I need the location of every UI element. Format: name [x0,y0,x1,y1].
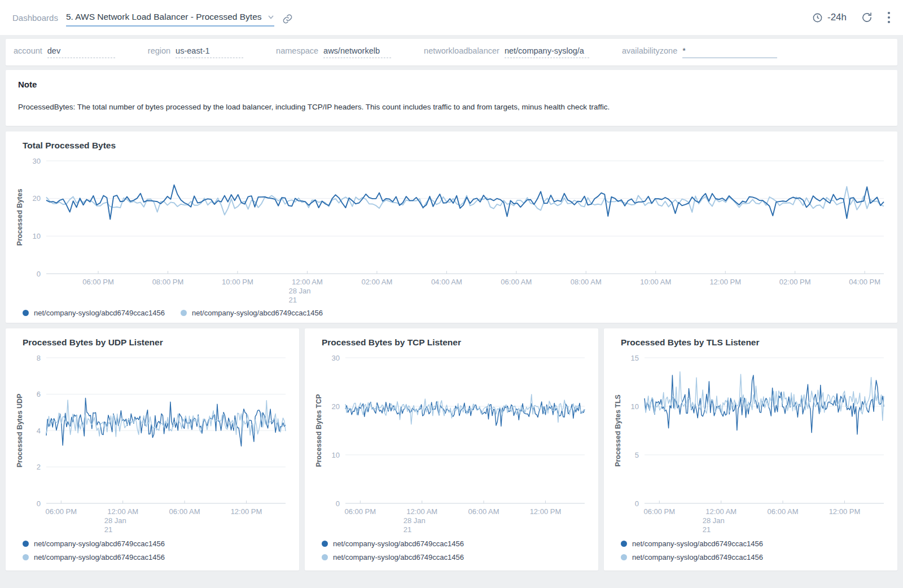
svg-text:06:00 AM: 06:00 AM [501,278,532,286]
top-header-bar: Dashboards 5. AWS Network Load Balancer … [0,0,903,35]
legend-item[interactable]: net/company-syslog/abcd6749ccac1456 [181,309,323,317]
legend-series-label: net/company-syslog/abcd6749ccac1456 [34,309,165,317]
svg-text:0: 0 [37,270,41,278]
legend-series-dot-icon [322,541,328,547]
chart-title-tls: Processed Bytes by TLS Listener [621,337,888,348]
svg-text:04:00 AM: 04:00 AM [431,278,462,286]
svg-text:30: 30 [33,157,41,165]
legend-series-label: net/company-syslog/abcd6749ccac1456 [333,539,464,548]
svg-text:12:00 PM: 12:00 PM [829,507,861,516]
filter-namespace: namespaceaws/networkelb [276,46,391,58]
dashboard-title: 5. AWS Network Load Balancer - Processed… [66,12,262,22]
svg-text:12:00 PM: 12:00 PM [530,507,562,516]
filter-value-input[interactable]: dev [47,46,115,58]
legend-series-dot-icon [621,541,627,547]
filter-account: accountdev [14,46,115,58]
y-axis-title: Processed Bytes [16,189,24,246]
line-chart-canvas[interactable]: 010203006:00 PM08:00 PM10:00 PM12:00 AM2… [15,154,888,305]
filter-networkloadbalancer: networkloadbalancernet/company-syslog/a [424,46,589,58]
legend-series-label: net/company-syslog/abcd6749ccac1456 [192,309,323,317]
breadcrumb-dashboards[interactable]: Dashboards [12,13,58,23]
legend-series-dot-icon [23,541,29,547]
panel-tls-listener: Processed Bytes by TLS Listener 05101506… [604,328,897,571]
panel-total-processed-bytes: Total Processed Bytes 010203006:00 PM08:… [6,131,897,323]
panel-udp-listener: Processed Bytes by UDP Listener 0246806:… [6,328,299,571]
svg-text:06:00 AM: 06:00 AM [169,507,200,516]
svg-text:06:00 PM: 06:00 PM [45,507,77,516]
legend-item[interactable]: net/company-syslog/abcd6749ccac1456 [621,553,888,561]
svg-text:0: 0 [336,499,340,508]
legend-series-dot-icon [23,310,29,316]
svg-text:02:00 PM: 02:00 PM [779,278,811,286]
filter-value-input[interactable]: us-east-1 [176,46,243,58]
filter-label: namespace [276,46,318,55]
line-chart-canvas[interactable]: 0246806:00 PM12:00 AM28 Jan2106:00 AM12:… [15,351,290,535]
svg-text:10: 10 [33,232,41,240]
legend-udp: net/company-syslog/abcd6749ccac1456net/c… [15,539,290,565]
line-chart-canvas[interactable]: 010203006:00 PM12:00 AM28 Jan2106:00 AM1… [314,351,589,535]
filter-value-input[interactable]: net/company-syslog/a [505,46,589,58]
chart-area-tls[interactable]: 05101506:00 PM12:00 AM28 Jan2106:00 AM12… [613,351,888,537]
svg-text:06:00 PM: 06:00 PM [643,507,675,516]
svg-text:12:00 AM: 12:00 AM [107,507,138,516]
svg-text:4: 4 [37,427,41,435]
legend-tls: net/company-syslog/abcd6749ccac1456net/c… [613,539,888,565]
legend-item[interactable]: net/company-syslog/abcd6749ccac1456 [322,539,589,548]
filter-label: availabilityzone [622,46,677,55]
dashboard-title-dropdown[interactable]: 5. AWS Network Load Balancer - Processed… [66,12,274,27]
link-icon[interactable] [282,14,293,24]
filter-label: region [148,46,170,55]
legend-item[interactable]: net/company-syslog/abcd6749ccac1456 [23,309,165,317]
chart-area-udp[interactable]: 0246806:00 PM12:00 AM28 Jan2106:00 AM12:… [15,351,290,537]
panel-tcp-listener: Processed Bytes by TCP Listener 01020300… [305,328,598,571]
legend-series-label: net/company-syslog/abcd6749ccac1456 [34,539,165,548]
legend-item[interactable]: net/company-syslog/abcd6749ccac1456 [23,553,290,561]
chart-area-total[interactable]: 010203006:00 PM08:00 PM10:00 PM12:00 AM2… [15,154,888,308]
legend-series-label: net/company-syslog/abcd6749ccac1456 [632,553,763,561]
svg-text:12:00 AM: 12:00 AM [292,278,323,286]
filter-value-input[interactable]: aws/networkelb [323,46,391,58]
time-range-control[interactable]: -24h [812,12,847,23]
legend-item[interactable]: net/company-syslog/abcd6749ccac1456 [23,539,290,548]
legend-item[interactable]: net/company-syslog/abcd6749ccac1456 [621,539,888,548]
svg-text:28 Jan: 28 Jan [104,516,126,525]
legend-series-dot-icon [23,554,29,560]
filter-value-input[interactable]: * [682,46,777,58]
line-chart-canvas[interactable]: 05101506:00 PM12:00 AM28 Jan2106:00 AM12… [613,351,888,535]
svg-text:06:00 PM: 06:00 PM [344,507,376,516]
charts-row: Processed Bytes by UDP Listener 0246806:… [6,328,897,571]
svg-text:20: 20 [33,194,41,203]
svg-text:21: 21 [703,525,711,534]
clock-icon [812,12,823,23]
y-axis-title: Processed Bytes TCP [315,394,323,467]
chart-area-tcp[interactable]: 010203006:00 PM12:00 AM28 Jan2106:00 AM1… [314,351,589,537]
svg-text:28 Jan: 28 Jan [288,287,310,295]
svg-text:0: 0 [635,499,639,508]
legend-series-label: net/company-syslog/abcd6749ccac1456 [333,553,464,561]
svg-text:06:00 PM: 06:00 PM [82,278,114,286]
svg-text:20: 20 [332,402,340,411]
y-axis-title: Processed Bytes UDP [16,394,24,468]
svg-text:08:00 AM: 08:00 AM [571,278,602,286]
chevron-down-icon [268,14,274,20]
svg-text:2: 2 [37,463,41,471]
svg-text:30: 30 [332,354,340,362]
filter-availabilityzone: availabilityzone* [622,46,777,58]
filter-bar: accountdevregionus-east-1namespaceaws/ne… [6,39,897,65]
kebab-menu-icon[interactable] [887,11,891,24]
svg-text:04:00 PM: 04:00 PM [849,278,880,286]
legend-series-dot-icon [181,310,187,316]
svg-text:10:00 AM: 10:00 AM [640,278,671,286]
legend-item[interactable]: net/company-syslog/abcd6749ccac1456 [322,553,589,561]
svg-text:12:00 PM: 12:00 PM [709,278,741,286]
svg-text:12:00 PM: 12:00 PM [231,507,262,516]
legend-series-label: net/company-syslog/abcd6749ccac1456 [632,539,763,548]
refresh-icon[interactable] [861,12,873,23]
svg-text:28 Jan: 28 Jan [703,516,725,525]
legend-total: net/company-syslog/abcd6749ccac1456net/c… [15,309,888,317]
svg-text:15: 15 [631,354,639,362]
filter-label: account [14,46,42,55]
y-axis-title: Processed Bytes TLS [614,394,622,467]
svg-text:0: 0 [37,499,41,508]
legend-series-dot-icon [322,554,328,560]
